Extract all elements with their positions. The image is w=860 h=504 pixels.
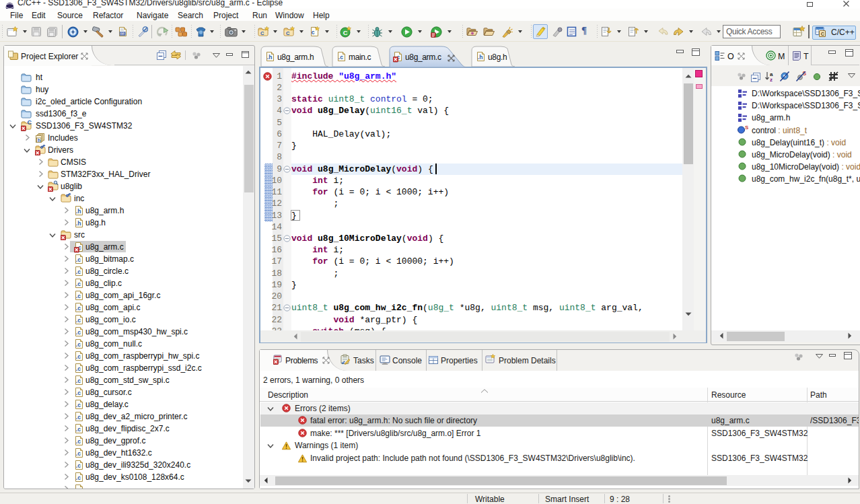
svg-text:.c: .c (76, 341, 81, 348)
svg-text:.c: .c (76, 329, 81, 336)
svg-text:C: C (821, 32, 824, 36)
svg-text:.c: .c (76, 426, 81, 433)
svg-text:c: c (312, 29, 315, 36)
svg-text:.c: .c (76, 268, 81, 275)
svg-text:.c: .c (76, 256, 81, 263)
svg-text:.c: .c (76, 365, 81, 372)
svg-text:.c: .c (76, 317, 81, 324)
svg-text:.c: .c (76, 414, 81, 421)
svg-text:.c: .c (76, 281, 81, 287)
svg-text:.c: .c (76, 305, 81, 312)
svg-text:C: C (260, 30, 264, 36)
svg-text:.c: .c (76, 353, 81, 360)
svg-text:C: C (343, 29, 348, 36)
svg-text:h: h (38, 137, 41, 143)
svg-text:.h: .h (76, 220, 81, 227)
svg-text:.c: .c (76, 438, 81, 445)
svg-text:z: z (770, 77, 773, 82)
svg-text:.c: .c (76, 390, 81, 396)
svg-text:.c: .c (76, 474, 81, 481)
svg-text:C: C (286, 30, 290, 36)
svg-text:C: C (28, 120, 32, 126)
svg-text:010: 010 (120, 32, 126, 36)
svg-text:.c: .c (338, 54, 343, 61)
svg-text:S: S (745, 124, 748, 131)
svg-text:.h: .h (76, 208, 81, 215)
svg-text:.c: .c (76, 462, 81, 469)
svg-text:.c: .c (76, 450, 81, 457)
svg-text:.h: .h (478, 54, 483, 61)
svg-text:.c: .c (76, 487, 81, 489)
svg-text:.h: .h (267, 54, 273, 61)
svg-text:.c: .c (76, 402, 81, 408)
svg-text:.c: .c (76, 293, 81, 299)
svg-text:.c: .c (76, 377, 81, 384)
